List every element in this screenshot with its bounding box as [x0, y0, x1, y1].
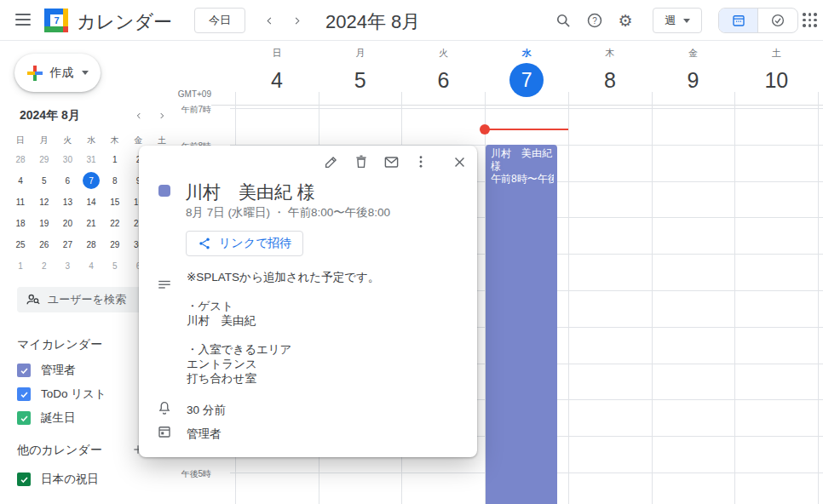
timezone-label: GMT+09 [169, 89, 211, 99]
main-menu-icon[interactable] [15, 14, 31, 26]
calendar-icon [731, 13, 746, 28]
app-title: カレンダー [77, 9, 172, 35]
event-description-line [187, 328, 459, 342]
invite-link-button[interactable]: リンクで招待 [186, 231, 303, 256]
column-tick [401, 92, 402, 105]
help-icon[interactable]: ? [585, 11, 604, 30]
chevron-down-icon [683, 19, 690, 23]
column-tick [485, 92, 486, 105]
week-day-name: 月 [319, 47, 402, 60]
week-day-number: 5 [319, 63, 402, 97]
week-day-number: 7 [509, 63, 544, 97]
week-day-name: 日 [235, 47, 319, 60]
event-datetime: 8月 7日 (水曜日) ・ 午前8:00〜午後8:00 [186, 205, 390, 220]
event-reminder: 30 分前 [187, 403, 226, 418]
calendar-event-chip[interactable]: 川村 美由紀 様 午前8時〜午後8時 [486, 145, 557, 504]
event-color-dot [158, 185, 170, 197]
calendar-view-toggle[interactable] [719, 9, 758, 32]
week-day-header[interactable]: 水7 [485, 47, 568, 97]
bell-icon [157, 400, 172, 415]
column-tick [568, 92, 569, 105]
current-time-dot [480, 124, 490, 135]
column-tick [818, 92, 819, 105]
week-day-number: 8 [568, 63, 652, 97]
previous-week-button[interactable] [259, 10, 279, 31]
week-day-header[interactable]: 月5 [319, 47, 402, 97]
logo-day-number: 7 [50, 14, 63, 26]
close-icon[interactable] [451, 153, 468, 170]
email-guests-icon[interactable] [383, 153, 400, 170]
event-description-line: 打ち合わせ室 [187, 371, 459, 386]
chevron-down-icon [82, 71, 89, 75]
grid-line [568, 105, 569, 504]
google-apps-grid-icon[interactable] [803, 13, 817, 27]
week-day-number: 6 [401, 63, 485, 97]
edit-event-icon[interactable] [323, 153, 340, 170]
more-options-icon[interactable] [412, 153, 429, 170]
create-plus-icon [27, 66, 43, 81]
current-time-line [485, 129, 568, 130]
notes-icon [157, 278, 172, 293]
week-day-name: 土 [734, 47, 818, 60]
event-description-line: ※SPLATSから追加された予定です。 [187, 270, 459, 284]
week-day-header[interactable]: 金9 [652, 47, 735, 97]
calendar-logo-icon[interactable]: 7 [44, 9, 68, 32]
all-day-divider [211, 105, 823, 106]
column-tick [652, 92, 653, 105]
hour-label: 午前7時 [152, 104, 211, 116]
event-description-line: ・入室できるエリア [187, 342, 459, 357]
event-description-line: エントランス [187, 357, 459, 371]
popup-action-bar [323, 153, 468, 170]
week-day-header[interactable]: 木8 [568, 47, 652, 97]
week-day-header[interactable]: 日4 [235, 47, 319, 97]
event-description: ※SPLATSから追加された予定です。・ゲスト川村 美由紀・入室できるエリアエン… [187, 270, 459, 386]
today-button[interactable]: 今日 [194, 8, 245, 33]
week-day-number: 4 [235, 63, 319, 97]
event-owner-calendar: 管理者 [187, 427, 222, 442]
event-title: 川村 美由紀 様 [185, 180, 315, 204]
column-tick [734, 92, 735, 105]
column-tick [319, 92, 319, 105]
grid-line [652, 105, 653, 504]
current-date-range: 2024年 8月 [325, 9, 420, 35]
week-day-number: 10 [734, 63, 818, 97]
grid-line [818, 105, 819, 504]
event-details-popup: 川村 美由紀 様 8月 7日 (水曜日) ・ 午前8:00〜午後8:00 リンク… [139, 146, 477, 457]
top-app-bar: 7 カレンダー 今日 2024年 8月 ? ⚙ 週 [0, 0, 823, 41]
calendar-tasks-toggle [718, 8, 798, 33]
event-description-line [187, 284, 459, 299]
hour-label: 午後5時 [152, 468, 211, 480]
event-description-line: ・ゲスト [187, 299, 459, 313]
grid-line [734, 105, 735, 504]
event-chip-time: 午前8時〜午後8時 [491, 173, 554, 186]
delete-event-icon[interactable] [353, 153, 370, 170]
tasks-check-icon [770, 13, 786, 28]
event-chip-title: 川村 美由紀 様 [491, 147, 554, 173]
week-day-name: 火 [401, 47, 485, 60]
search-icon[interactable] [554, 11, 573, 30]
gear-icon[interactable]: ⚙ [616, 11, 635, 30]
view-selector-value: 週 [665, 13, 676, 28]
week-day-header[interactable]: 火6 [401, 47, 485, 97]
next-week-button[interactable] [286, 10, 307, 31]
column-tick [235, 92, 236, 105]
invite-link-label: リンクで招待 [219, 236, 291, 251]
week-day-name: 木 [568, 47, 652, 60]
week-day-number: 9 [652, 63, 735, 97]
view-selector-dropdown[interactable]: 週 [653, 8, 702, 33]
tasks-view-toggle[interactable] [758, 9, 797, 32]
create-button[interactable]: 作成 [14, 54, 101, 92]
calendar-owner-icon [157, 424, 172, 439]
svg-text:?: ? [592, 16, 597, 26]
share-icon [198, 237, 211, 250]
create-button-label: 作成 [50, 66, 74, 81]
week-day-name: 水 [485, 47, 568, 60]
event-description-line: 川村 美由紀 [187, 313, 459, 328]
week-day-name: 金 [652, 47, 735, 60]
week-day-header[interactable]: 土10 [734, 47, 818, 97]
